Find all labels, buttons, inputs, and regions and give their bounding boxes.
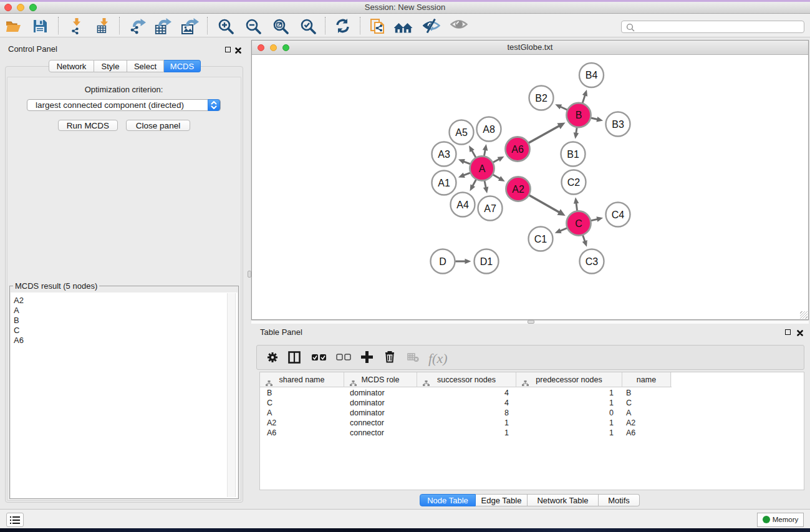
svg-text:A8: A8 [483, 124, 495, 135]
svg-text:C4: C4 [612, 210, 625, 220]
svg-text:B2: B2 [535, 93, 547, 104]
svg-text:B1: B1 [567, 149, 579, 160]
svg-text:A5: A5 [455, 127, 468, 138]
svg-text:D: D [439, 256, 446, 267]
svg-text:C: C [575, 218, 582, 229]
svg-text:C2: C2 [567, 177, 581, 188]
svg-text:A2: A2 [512, 184, 524, 195]
svg-text:B: B [576, 110, 582, 120]
svg-text:A3: A3 [438, 149, 450, 160]
svg-text:A6: A6 [511, 144, 524, 155]
svg-text:D1: D1 [480, 256, 493, 267]
svg-text:A7: A7 [484, 203, 496, 214]
svg-text:A: A [479, 163, 486, 174]
svg-text:A1: A1 [438, 178, 450, 188]
svg-text:C1: C1 [534, 234, 547, 244]
svg-text:A4: A4 [456, 200, 469, 210]
svg-text:C3: C3 [586, 256, 599, 267]
svg-text:B4: B4 [586, 70, 598, 80]
svg-text:B3: B3 [612, 119, 624, 130]
